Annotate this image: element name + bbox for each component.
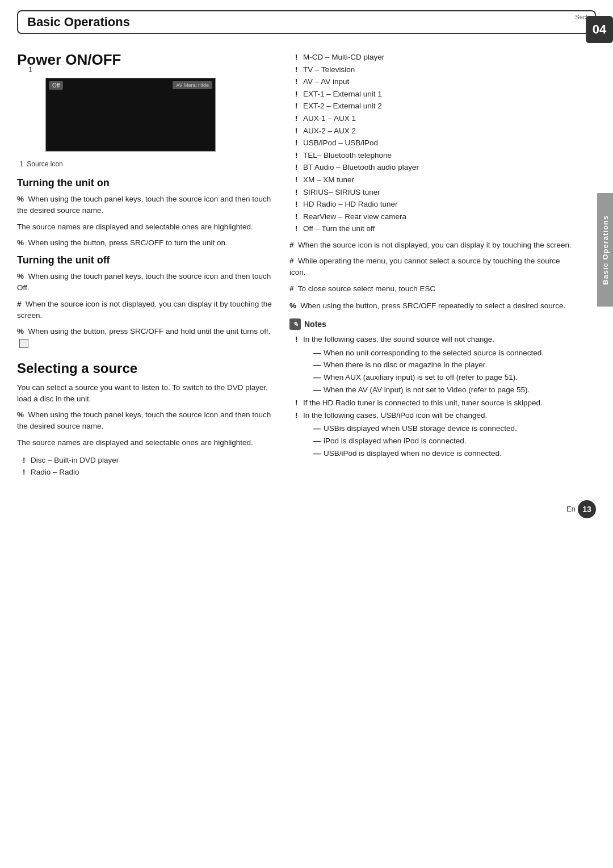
turning-off-title: Turning the unit off <box>17 254 278 266</box>
list-item: BT Audio – Bluetooth audio player <box>295 161 573 174</box>
hash-p2: # While operating the menu, you cannot s… <box>289 255 573 279</box>
dash-item: USBis displayed when USB storage device … <box>313 422 573 435</box>
turning-on-block: % When using the touch panel keys, touch… <box>17 194 278 249</box>
list-item: TV – Television <box>295 64 573 76</box>
dash-item: When there is no disc or magazine in the… <box>313 359 573 371</box>
list-item: EXT-2 – External unit 2 <box>295 100 573 112</box>
turning-off-p3: % When using the button, press SRC/OFF a… <box>17 326 278 349</box>
dash-item: When no unit corresponding to the select… <box>313 347 573 359</box>
turning-on-p1: % When using the touch panel keys, touch… <box>17 194 278 217</box>
device-annotation: 1 Source icon <box>19 159 278 169</box>
list-item: HD Radio – HD Radio tuner <box>295 198 573 211</box>
selecting-block: You can select a source you want to list… <box>17 382 278 448</box>
turning-off-p2: # When the source icon is not displayed,… <box>17 299 278 322</box>
notes-box: ✎ Notes In the following cases, the soun… <box>289 318 573 459</box>
note-item-2: If the HD Radio tuner is connected to th… <box>295 397 573 409</box>
list-item: M-CD – Multi-CD player <box>295 51 573 64</box>
list-item: USB/iPod – USB/iPod <box>295 137 573 149</box>
percent-paragraph: % When using the button, press SRC/OFF r… <box>289 300 573 312</box>
selecting-title: Selecting a source <box>17 360 278 376</box>
note-dash-list-3: USBis displayed when USB storage device … <box>303 422 573 459</box>
note-dash-list-1: When no unit corresponding to the select… <box>303 347 573 396</box>
turning-on-p2: The source names are displayed and selec… <box>17 221 278 233</box>
selecting-p2: % When using the touch panel keys, touch… <box>17 409 278 433</box>
percent-p1: % When using the button, press SRC/OFF r… <box>289 300 573 312</box>
header-title: Basic Operations <box>27 15 130 30</box>
page-title: Power ON/OFF <box>17 51 278 69</box>
hash-p1: # When the source icon is not displayed,… <box>289 240 573 251</box>
notes-list: In the following cases, the sound source… <box>289 333 573 459</box>
note-item-1: In the following cases, the sound source… <box>295 333 573 396</box>
hash-p3: # To close source select menu, touch ESC <box>289 283 573 295</box>
left-column: Power ON/OFF 1 Off AV Menu HIde 1 Source… <box>17 51 278 483</box>
side-tab: Basic Operations <box>597 193 613 307</box>
hash-paragraphs: # When the source icon is not displayed,… <box>289 240 573 295</box>
main-content: Power ON/OFF 1 Off AV Menu HIde 1 Source… <box>17 51 596 483</box>
list-item: SIRIUS– SIRIUS tuner <box>295 186 573 199</box>
list-item: Off – Turn the unit off <box>295 223 573 235</box>
footer: En 13 <box>0 494 613 524</box>
source-list: M-CD – Multi-CD player TV – Television A… <box>289 51 573 235</box>
list-item: Disc – Built-in DVD player <box>23 454 278 467</box>
list-item: TEL– Bluetooth telephone <box>295 149 573 162</box>
notes-header: ✎ Notes <box>289 318 573 330</box>
turning-off-block: % When using the touch panel keys, touch… <box>17 271 278 349</box>
note-item-3: In the following cases, USB/iPod icon wi… <box>295 409 573 459</box>
power-icon <box>19 339 28 348</box>
right-column: M-CD – Multi-CD player TV – Television A… <box>289 51 596 483</box>
page-number-badge: 13 <box>578 500 596 518</box>
turning-on-p3: % When using the button, press SRC/OFF t… <box>17 237 278 249</box>
device-btn-menu: AV Menu HIde <box>173 81 212 89</box>
list-item: RearView – Rear view camera <box>295 211 573 223</box>
device-btn-off: Off <box>49 81 63 90</box>
device-label-number: 1 <box>28 65 32 74</box>
dash-item: USB/iPod is displayed when no device is … <box>313 447 573 460</box>
selecting-list: Disc – Built-in DVD player Radio – Radio <box>17 454 278 479</box>
list-item: XM – XM tuner <box>295 174 573 186</box>
en-label: En <box>566 505 576 513</box>
notes-icon: ✎ <box>289 318 301 330</box>
selecting-p3: The source names are displayed and selec… <box>17 437 278 448</box>
turning-off-p1: % When using the touch panel keys, touch… <box>17 271 278 294</box>
selecting-p1: You can select a source you want to list… <box>17 382 278 405</box>
dash-item: When the AV (AV input) is not set to Vid… <box>313 384 573 396</box>
list-item: AV – AV input <box>295 76 573 88</box>
turning-on-title: Turning the unit on <box>17 177 278 189</box>
section-number: 04 <box>586 16 613 43</box>
header-bar: Basic Operations <box>17 10 596 34</box>
list-item: AUX-1 – AUX 1 <box>295 112 573 125</box>
device-image-wrap: 1 Off AV Menu HIde <box>28 78 216 155</box>
device-image: Off AV Menu HIde <box>45 78 216 152</box>
list-item: Radio – Radio <box>23 466 278 479</box>
dash-item: When AUX (auxiliary input) is set to off… <box>313 371 573 384</box>
list-item: EXT-1 – External unit 1 <box>295 88 573 100</box>
dash-item: iPod is displayed when iPod is connected… <box>313 435 573 447</box>
list-item: AUX-2 – AUX 2 <box>295 125 573 137</box>
